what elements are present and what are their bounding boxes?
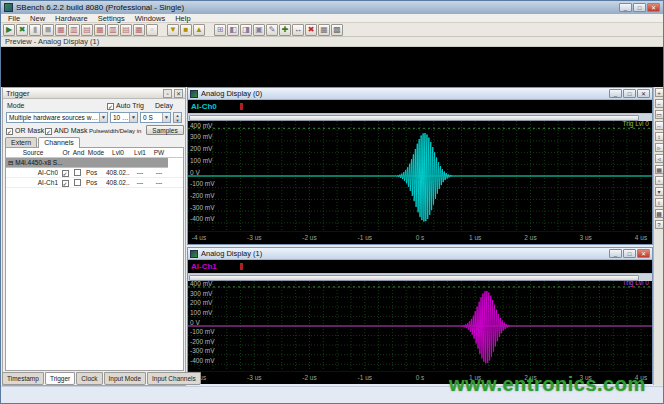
record-icon[interactable]: ◼ — [42, 24, 54, 36]
svg-text:-400 mV: -400 mV — [190, 215, 215, 222]
minimize-icon[interactable]: _ — [609, 89, 622, 98]
float-panel-icon[interactable]: ▫ — [163, 89, 172, 98]
cell-or: ✓ — [60, 178, 72, 188]
table-row[interactable]: AI-Ch0✓Pos408.02...------ — [6, 168, 183, 178]
tab-channels[interactable]: Channels — [38, 137, 80, 148]
and-mask-checkbox[interactable]: ✓AND Mask — [45, 127, 87, 135]
and-checkbox-box[interactable] — [74, 169, 81, 176]
cell-pw: --- — [150, 178, 168, 188]
svg-text:-300 mV: -300 mV — [190, 204, 215, 211]
waveform-plot[interactable]: 400 mV300 mV200 mV100 mV0 V-100 mV-200 m… — [188, 281, 652, 371]
new-analog-display-icon[interactable]: ▦ — [55, 24, 67, 36]
svg-text:-200 mV: -200 mV — [190, 338, 215, 345]
save-data-icon[interactable]: ■ — [180, 24, 192, 36]
grid-toggle-icon[interactable]: ▦ — [655, 165, 664, 174]
and-checkbox-box[interactable] — [74, 179, 81, 186]
new-digital-display-icon[interactable]: ▥ — [68, 24, 80, 36]
add-channel-icon[interactable]: ✚ — [279, 24, 291, 36]
close-icon[interactable]: ✕ — [637, 89, 650, 98]
split-view-icon[interactable]: ◨ — [240, 24, 252, 36]
channel-bar: AI-Ch1 — [188, 260, 652, 273]
cursor-b-icon[interactable]: ◃ — [655, 154, 664, 163]
table-group-row[interactable]: ⊟ M4i.4450-x8 S... — [6, 158, 168, 168]
menu-item-new[interactable]: New — [25, 14, 50, 23]
table-row[interactable]: AI-Ch1✓Pos408.02...------ — [6, 178, 183, 188]
info-icon[interactable]: i — [655, 198, 664, 207]
close-icon[interactable]: ✕ — [647, 3, 660, 12]
cascade-windows-icon[interactable]: ◧ — [227, 24, 239, 36]
pause-icon[interactable]: ▮ — [29, 24, 41, 36]
edit-icon[interactable]: ✎ — [266, 24, 278, 36]
layout-grid-icon[interactable]: ▣ — [253, 24, 265, 36]
help-icon[interactable]: ? — [655, 220, 664, 229]
and-mask-checkbox-box[interactable]: ✓ — [45, 128, 52, 135]
cursor-a-icon[interactable]: ▹ — [655, 143, 664, 152]
auto-trig-checkbox-box[interactable]: ✓ — [107, 103, 114, 110]
display-settings-icon[interactable]: ▩ — [655, 209, 664, 218]
new-spectrum-display-icon[interactable]: ▤ — [81, 24, 93, 36]
tab-timestamp[interactable]: Timestamp — [2, 372, 44, 385]
minimize-icon[interactable]: _ — [619, 3, 632, 12]
tab-input-channels[interactable]: Input Channels — [147, 372, 201, 385]
svg-text:300 mV: 300 mV — [190, 133, 213, 140]
close-panel-icon[interactable]: ✕ — [174, 89, 183, 98]
trigger-timeout-field[interactable]: 10 ms ▼ — [110, 112, 138, 123]
svg-text:Trig Lvl 0: Trig Lvl 0 — [623, 121, 650, 128]
menu-item-settings[interactable]: Settings — [93, 14, 130, 23]
auto-trig-checkbox[interactable]: ✓Auto Trig — [107, 102, 144, 110]
zoom-full-icon[interactable]: ▭ — [655, 110, 664, 119]
menu-item-hardware[interactable]: Hardware — [50, 14, 93, 23]
samples-button[interactable]: Samples — [146, 125, 184, 135]
menu-item-windows[interactable]: Windows — [130, 14, 170, 23]
export-data-icon[interactable]: ▼ — [167, 24, 179, 36]
delete-icon[interactable]: ✖ — [305, 24, 317, 36]
marker-icon[interactable]: ▾ — [655, 187, 664, 196]
zoom-y-icon[interactable]: ↕ — [655, 132, 664, 141]
zoom-out-icon[interactable]: − — [655, 99, 664, 108]
new-report-display-icon[interactable]: ▦ — [133, 24, 145, 36]
move-icon[interactable]: ↔ — [292, 24, 304, 36]
x-tick-label: -2 us — [302, 234, 316, 241]
maximize-icon[interactable]: □ — [623, 249, 636, 258]
snap-icon[interactable]: ▫ — [655, 176, 664, 185]
chevron-down-icon[interactable]: ▼ — [162, 113, 170, 122]
new-small-display-icon[interactable]: ▫ — [146, 24, 158, 36]
stop-icon[interactable]: ✖ — [16, 24, 28, 36]
import-data-icon[interactable]: ▲ — [193, 24, 205, 36]
tab-input-mode[interactable]: Input Mode — [104, 372, 147, 385]
cell-mode: Pos — [86, 168, 106, 178]
tab-clock[interactable]: Clock — [76, 372, 102, 385]
table-view-icon[interactable]: ▦ — [318, 24, 330, 36]
zoom-x-icon[interactable]: ↔ — [655, 121, 664, 130]
zoom-in-icon[interactable]: + — [655, 88, 664, 97]
tab-trigger[interactable]: Trigger — [45, 372, 75, 385]
spinner-down-icon[interactable]: ▼ — [174, 118, 181, 123]
new-zoom-display-icon[interactable]: ▤ — [120, 24, 132, 36]
trigger-delay-field[interactable]: 0 S ▼ — [140, 112, 171, 123]
tile-windows-icon[interactable]: ⊞ — [214, 24, 226, 36]
or-checkbox-box[interactable]: ✓ — [62, 180, 69, 187]
svg-text:-400 mV: -400 mV — [190, 357, 215, 364]
maximize-icon[interactable]: □ — [633, 3, 646, 12]
trigger-source-dropdown[interactable]: Multiple hardware sources with AND/OR ▼ — [6, 112, 108, 123]
auto-trig-label: Auto Trig — [116, 102, 144, 109]
horizontal-scrollbar[interactable] — [188, 113, 652, 121]
delay-spinner[interactable]: ▲ ▼ — [173, 112, 182, 123]
menu-item-file[interactable]: File — [3, 14, 25, 23]
horizontal-scrollbar[interactable] — [188, 273, 652, 281]
or-checkbox-box[interactable]: ✓ — [62, 170, 69, 177]
waveform-plot[interactable]: 400 mV300 mV200 mV100 mV0 V-100 mV-200 m… — [188, 121, 652, 231]
or-mask-checkbox[interactable]: ✓OR Mask — [6, 127, 44, 135]
new-multi-display-icon[interactable]: ▥ — [107, 24, 119, 36]
close-icon[interactable]: ✕ — [637, 249, 650, 258]
x-tick-label: -1 us — [358, 234, 372, 241]
chevron-down-icon[interactable]: ▼ — [99, 113, 107, 122]
options-icon[interactable]: ▩ — [331, 24, 343, 36]
or-mask-checkbox-box[interactable]: ✓ — [6, 128, 13, 135]
new-xy-display-icon[interactable]: ▦ — [94, 24, 106, 36]
maximize-icon[interactable]: □ — [623, 89, 636, 98]
run-icon[interactable]: ▶ — [3, 24, 15, 36]
menu-item-help[interactable]: Help — [170, 14, 195, 23]
chevron-down-icon[interactable]: ▼ — [129, 113, 137, 122]
minimize-icon[interactable]: _ — [609, 249, 622, 258]
